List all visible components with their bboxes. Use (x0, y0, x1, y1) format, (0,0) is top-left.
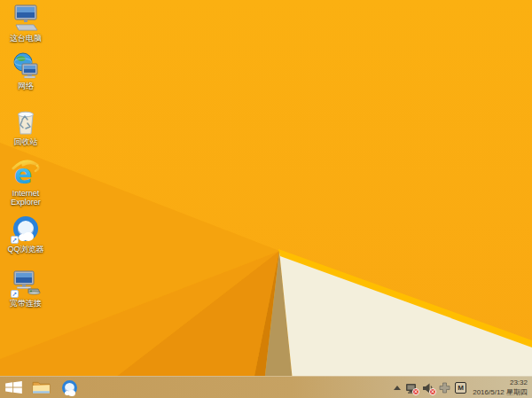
clock-date: 2016/5/12 星期四 (473, 388, 528, 397)
taskbar: ✕ ✕ M 23:32 2016/5/12 星期四 (0, 376, 532, 398)
error-badge: ✕ (429, 388, 436, 395)
taskbar-button-file-explorer[interactable] (27, 377, 55, 398)
desktop-icon-label: Internet Explorer (2, 189, 50, 207)
desktop-icon-label: 网络 (18, 82, 34, 90)
folder-icon (32, 380, 51, 394)
desktop-icon-broadband[interactable]: ➚ 宽带连接 (2, 269, 50, 308)
desktop-icon-recycle-bin[interactable]: 回收站 (2, 108, 50, 146)
windows-desktop: 这台电脑 网络 回收站 (0, 0, 532, 398)
volume-muted-icon[interactable]: ✕ (422, 382, 434, 394)
recycle-bin-icon (11, 108, 41, 137)
globe-computer-icon (11, 52, 41, 81)
start-button[interactable] (0, 377, 27, 398)
desktop-icon-qq-browser[interactable]: ➚ QQ浏览器 (2, 215, 50, 254)
desktop-icon-label: 这台电脑 (10, 34, 42, 43)
qq-browser-logo-icon (61, 379, 78, 396)
ime-cross-icon[interactable] (439, 382, 450, 394)
shortcut-arrow-icon: ➚ (11, 290, 19, 298)
windows-logo-icon (5, 381, 22, 394)
desktop-icon-network[interactable]: 网络 (2, 52, 50, 90)
taskbar-clock[interactable]: 23:32 2016/5/12 星期四 (471, 378, 529, 397)
desktop-icon-this-pc[interactable]: 这台电脑 (2, 4, 50, 43)
ime-mode-indicator[interactable]: M (455, 382, 466, 394)
desktop-icon-internet-explorer[interactable]: e Internet Explorer (2, 160, 50, 207)
error-badge: ✕ (412, 388, 419, 395)
clock-time: 23:32 (510, 378, 528, 387)
taskbar-button-qq-browser[interactable] (55, 377, 83, 398)
wallpaper (0, 0, 532, 398)
qq-browser-logo-icon: ➚ (11, 215, 41, 244)
desktop-icon-label: 回收站 (14, 137, 38, 146)
desktop-icon-label: 宽带连接 (10, 299, 42, 308)
system-tray: ✕ ✕ M 23:32 2016/5/12 星期四 (394, 377, 529, 398)
computer-icon (11, 4, 41, 33)
desktop-icon-label: QQ浏览器 (7, 245, 43, 254)
computer-modem-icon: ➚ (11, 269, 41, 298)
hidden-icons-caret[interactable] (394, 386, 401, 390)
network-disconnected-icon[interactable]: ✕ (405, 382, 418, 394)
ie-logo-icon: e (11, 160, 41, 188)
shortcut-arrow-icon: ➚ (11, 236, 19, 244)
